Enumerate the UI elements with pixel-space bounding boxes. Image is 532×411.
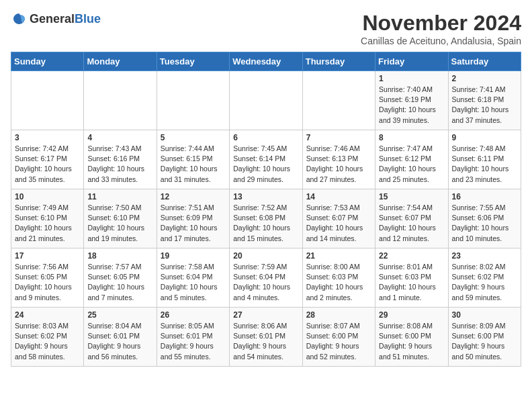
day-cell: 24Sunrise: 8:03 AM Sunset: 6:02 PM Dayli…: [11, 308, 84, 367]
day-cell: 20Sunrise: 7:59 AM Sunset: 6:04 PM Dayli…: [230, 248, 302, 308]
day-number: 20: [233, 251, 298, 261]
day-number: 27: [233, 310, 298, 320]
day-number: 30: [452, 310, 517, 320]
day-info: Sunrise: 8:01 AM Sunset: 6:03 PM Dayligh…: [379, 262, 444, 303]
day-info: Sunrise: 7:42 AM Sunset: 6:17 PM Dayligh…: [15, 144, 80, 185]
day-number: 10: [15, 192, 80, 201]
day-info: Sunrise: 8:07 AM Sunset: 6:00 PM Dayligh…: [306, 321, 371, 362]
day-cell: 16Sunrise: 7:55 AM Sunset: 6:06 PM Dayli…: [448, 189, 521, 248]
day-cell: 9Sunrise: 7:48 AM Sunset: 6:11 PM Daylig…: [448, 130, 521, 189]
day-info: Sunrise: 8:09 AM Sunset: 6:00 PM Dayligh…: [452, 321, 517, 362]
day-info: Sunrise: 7:41 AM Sunset: 6:18 PM Dayligh…: [452, 85, 517, 126]
day-cell: 6Sunrise: 7:45 AM Sunset: 6:14 PM Daylig…: [230, 130, 302, 189]
day-number: 17: [15, 251, 80, 261]
month-title: November 2024: [361, 11, 521, 36]
day-cell: 29Sunrise: 8:08 AM Sunset: 6:00 PM Dayli…: [375, 308, 448, 367]
day-info: Sunrise: 7:53 AM Sunset: 6:07 PM Dayligh…: [306, 203, 371, 244]
day-number: 23: [452, 251, 517, 261]
day-info: Sunrise: 7:57 AM Sunset: 6:05 PM Dayligh…: [87, 262, 152, 303]
logo: GeneralBlue: [11, 11, 101, 27]
weekday-header-monday: Monday: [84, 52, 157, 71]
day-number: 11: [87, 192, 152, 201]
day-info: Sunrise: 8:00 AM Sunset: 6:03 PM Dayligh…: [306, 262, 371, 303]
day-cell: 22Sunrise: 8:01 AM Sunset: 6:03 PM Dayli…: [375, 248, 448, 308]
week-row-4: 17Sunrise: 7:56 AM Sunset: 6:05 PM Dayli…: [11, 248, 521, 308]
day-number: 15: [379, 192, 444, 201]
day-info: Sunrise: 7:54 AM Sunset: 6:07 PM Dayligh…: [379, 203, 444, 244]
day-cell: 13Sunrise: 7:52 AM Sunset: 6:08 PM Dayli…: [230, 189, 302, 248]
day-cell: 4Sunrise: 7:43 AM Sunset: 6:16 PM Daylig…: [84, 130, 157, 189]
weekday-header-thursday: Thursday: [302, 52, 375, 71]
day-info: Sunrise: 8:08 AM Sunset: 6:00 PM Dayligh…: [379, 321, 444, 362]
day-cell: [302, 71, 375, 130]
day-cell: 2Sunrise: 7:41 AM Sunset: 6:18 PM Daylig…: [448, 71, 521, 130]
day-info: Sunrise: 7:47 AM Sunset: 6:12 PM Dayligh…: [379, 144, 444, 185]
title-area: November 2024 Canillas de Aceituno, Anda…: [361, 11, 521, 46]
day-info: Sunrise: 7:59 AM Sunset: 6:04 PM Dayligh…: [233, 262, 298, 303]
day-number: 12: [161, 192, 226, 201]
week-row-5: 24Sunrise: 8:03 AM Sunset: 6:02 PM Dayli…: [11, 308, 521, 367]
day-info: Sunrise: 7:50 AM Sunset: 6:10 PM Dayligh…: [87, 203, 152, 244]
weekday-header-wednesday: Wednesday: [230, 52, 302, 71]
logo-text: GeneralBlue: [30, 12, 101, 26]
day-cell: 25Sunrise: 8:04 AM Sunset: 6:01 PM Dayli…: [84, 308, 157, 367]
day-number: 1: [379, 74, 444, 83]
day-info: Sunrise: 7:49 AM Sunset: 6:10 PM Dayligh…: [15, 203, 80, 244]
day-cell: 7Sunrise: 7:46 AM Sunset: 6:13 PM Daylig…: [302, 130, 375, 189]
day-info: Sunrise: 7:52 AM Sunset: 6:08 PM Dayligh…: [233, 203, 298, 244]
day-cell: 27Sunrise: 8:06 AM Sunset: 6:01 PM Dayli…: [230, 308, 302, 367]
day-info: Sunrise: 8:03 AM Sunset: 6:02 PM Dayligh…: [15, 321, 80, 362]
day-number: 22: [379, 251, 444, 261]
week-row-1: 1Sunrise: 7:40 AM Sunset: 6:19 PM Daylig…: [11, 71, 521, 130]
day-number: 3: [15, 133, 80, 142]
week-row-2: 3Sunrise: 7:42 AM Sunset: 6:17 PM Daylig…: [11, 130, 521, 189]
day-info: Sunrise: 8:05 AM Sunset: 6:01 PM Dayligh…: [161, 321, 226, 362]
day-info: Sunrise: 7:55 AM Sunset: 6:06 PM Dayligh…: [452, 203, 517, 244]
day-number: 25: [87, 310, 152, 320]
day-cell: 18Sunrise: 7:57 AM Sunset: 6:05 PM Dayli…: [84, 248, 157, 308]
day-cell: [230, 71, 302, 130]
day-cell: [157, 71, 229, 130]
day-info: Sunrise: 8:04 AM Sunset: 6:01 PM Dayligh…: [87, 321, 152, 362]
day-cell: 19Sunrise: 7:58 AM Sunset: 6:04 PM Dayli…: [157, 248, 229, 308]
day-number: 24: [15, 310, 80, 320]
day-cell: 5Sunrise: 7:44 AM Sunset: 6:15 PM Daylig…: [157, 130, 229, 189]
day-number: 8: [379, 133, 444, 142]
day-info: Sunrise: 7:43 AM Sunset: 6:16 PM Dayligh…: [87, 144, 152, 185]
logo-general: General: [30, 12, 75, 26]
day-cell: 28Sunrise: 8:07 AM Sunset: 6:00 PM Dayli…: [302, 308, 375, 367]
day-cell: 10Sunrise: 7:49 AM Sunset: 6:10 PM Dayli…: [11, 189, 84, 248]
day-cell: 21Sunrise: 8:00 AM Sunset: 6:03 PM Dayli…: [302, 248, 375, 308]
day-number: 14: [306, 192, 371, 201]
day-info: Sunrise: 7:45 AM Sunset: 6:14 PM Dayligh…: [233, 144, 298, 185]
day-info: Sunrise: 7:44 AM Sunset: 6:15 PM Dayligh…: [161, 144, 226, 185]
weekday-header-friday: Friday: [375, 52, 448, 71]
day-info: Sunrise: 7:40 AM Sunset: 6:19 PM Dayligh…: [379, 85, 444, 126]
day-number: 19: [161, 251, 226, 261]
day-cell: [84, 71, 157, 130]
day-number: 26: [161, 310, 226, 320]
weekday-header-sunday: Sunday: [11, 52, 84, 71]
weekday-header-row: SundayMondayTuesdayWednesdayThursdayFrid…: [11, 52, 521, 71]
calendar-table: SundayMondayTuesdayWednesdayThursdayFrid…: [11, 52, 521, 367]
day-number: 16: [452, 192, 517, 201]
week-row-3: 10Sunrise: 7:49 AM Sunset: 6:10 PM Dayli…: [11, 189, 521, 248]
day-cell: 17Sunrise: 7:56 AM Sunset: 6:05 PM Dayli…: [11, 248, 84, 308]
day-number: 21: [306, 251, 371, 261]
day-cell: 12Sunrise: 7:51 AM Sunset: 6:09 PM Dayli…: [157, 189, 229, 248]
day-cell: 14Sunrise: 7:53 AM Sunset: 6:07 PM Dayli…: [302, 189, 375, 248]
day-number: 29: [379, 310, 444, 320]
day-number: 9: [452, 133, 517, 142]
day-cell: 26Sunrise: 8:05 AM Sunset: 6:01 PM Dayli…: [157, 308, 229, 367]
logo-icon: [11, 11, 27, 27]
day-cell: [11, 71, 84, 130]
day-cell: 30Sunrise: 8:09 AM Sunset: 6:00 PM Dayli…: [448, 308, 521, 367]
day-cell: 3Sunrise: 7:42 AM Sunset: 6:17 PM Daylig…: [11, 130, 84, 189]
day-info: Sunrise: 7:58 AM Sunset: 6:04 PM Dayligh…: [161, 262, 226, 303]
day-cell: 23Sunrise: 8:02 AM Sunset: 6:02 PM Dayli…: [448, 248, 521, 308]
day-number: 4: [87, 133, 152, 142]
day-info: Sunrise: 7:46 AM Sunset: 6:13 PM Dayligh…: [306, 144, 371, 185]
day-info: Sunrise: 7:48 AM Sunset: 6:11 PM Dayligh…: [452, 144, 517, 185]
day-info: Sunrise: 8:06 AM Sunset: 6:01 PM Dayligh…: [233, 321, 298, 362]
day-cell: 15Sunrise: 7:54 AM Sunset: 6:07 PM Dayli…: [375, 189, 448, 248]
